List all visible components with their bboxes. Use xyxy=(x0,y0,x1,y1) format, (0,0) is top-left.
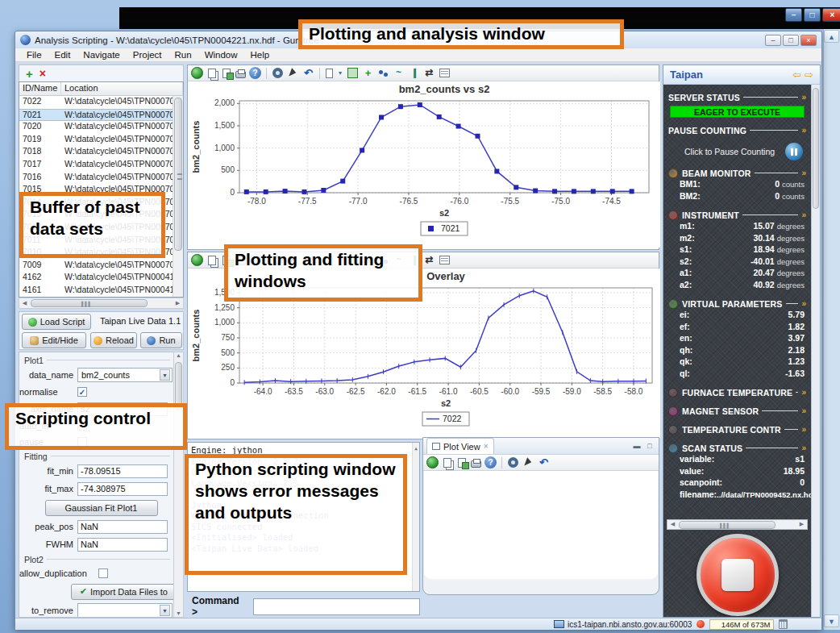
collapse-icon[interactable]: » xyxy=(801,406,806,415)
maximize-button[interactable]: □ xyxy=(804,8,821,22)
column-header[interactable]: Location xyxy=(61,82,183,95)
help-icon[interactable]: ? xyxy=(484,456,497,469)
vscroll-thumb[interactable]: ▬▬ xyxy=(174,98,182,251)
globe-icon[interactable] xyxy=(191,67,203,79)
scroll-left-icon[interactable]: ◀ xyxy=(667,519,678,529)
garbage-collect-icon[interactable] xyxy=(779,619,788,629)
collapse-icon[interactable]: » xyxy=(801,126,806,135)
app-minimize-button[interactable]: – xyxy=(765,35,781,46)
legend-icon[interactable] xyxy=(439,69,450,77)
column-header[interactable]: ID/Name xyxy=(19,82,61,95)
taipan-hscrollbar[interactable]: ◀ ▌▌▌ ▶ xyxy=(667,519,808,530)
pointer-icon[interactable] xyxy=(287,67,299,79)
menu-file[interactable]: File xyxy=(20,50,48,60)
help-icon[interactable]: ? xyxy=(249,67,261,79)
input-peak_pos[interactable]: NaN xyxy=(77,520,168,534)
stop-button[interactable] xyxy=(697,534,779,616)
input-FWHM[interactable]: NaN xyxy=(77,538,168,552)
tab-plot-view[interactable]: Plot View × xyxy=(426,438,494,454)
plot1-chart[interactable]: bm2_counts vs s2-78.0-77.5-77.0-76.5-76.… xyxy=(188,81,660,248)
menu-navigate[interactable]: Navigate xyxy=(77,50,126,60)
table-row[interactable]: 7021W:\data\cycle\045\TPN0007021 xyxy=(19,109,183,122)
button-gaussian-fit-plot1[interactable]: Gaussian Fit Plot1 xyxy=(45,500,158,516)
outer-scrollbar[interactable]: ▲ ▼ xyxy=(823,29,840,630)
checkbox-normalise[interactable]: ✓ xyxy=(77,387,87,397)
print-icon[interactable] xyxy=(471,460,481,468)
grid-icon[interactable] xyxy=(347,68,358,78)
copy-icon[interactable] xyxy=(208,256,216,265)
scroll-right-icon[interactable]: ▶ xyxy=(796,519,807,529)
menu-edit[interactable]: Edit xyxy=(48,50,77,60)
copy-new-icon[interactable] xyxy=(222,69,231,78)
collapse-icon[interactable]: » xyxy=(801,444,806,452)
select-to_remove[interactable]: ▼ xyxy=(77,603,173,618)
table-row[interactable]: 7018W:\data\cycle\045\TPN0007018 xyxy=(19,146,183,159)
undo-icon[interactable]: ↶ xyxy=(538,456,550,469)
globe-icon[interactable] xyxy=(426,456,439,469)
pause-button[interactable] xyxy=(785,143,803,160)
collapse-icon[interactable]: » xyxy=(801,425,806,434)
gear-icon[interactable] xyxy=(508,457,518,468)
scroll-down-icon[interactable]: ▼ xyxy=(824,614,839,627)
run-button[interactable]: Run xyxy=(140,332,182,348)
gear-icon[interactable] xyxy=(272,68,283,78)
copy-icon[interactable] xyxy=(208,69,216,78)
app-close-button[interactable]: × xyxy=(800,35,817,46)
collapse-icon[interactable]: » xyxy=(801,93,806,102)
curve-icon[interactable]: ~ xyxy=(393,67,405,79)
table-row[interactable]: 4161W:\data\cycle\045\TPN0004161 xyxy=(19,285,183,298)
menu-window[interactable]: Window xyxy=(198,50,244,60)
scroll-right-icon[interactable]: ▶ xyxy=(173,298,183,308)
select-data_name[interactable]: bm2_counts▼ xyxy=(77,368,173,382)
taipan-scroll-thumb[interactable] xyxy=(813,88,819,209)
taipan-scrollbar[interactable] xyxy=(811,85,820,617)
console-scrollbar[interactable]: ▲ xyxy=(412,443,419,591)
table-row[interactable]: 7009W:\data\cycle\045\TPN0007009 xyxy=(19,260,183,273)
collapse-icon[interactable]: » xyxy=(801,388,806,397)
form-scrollbar[interactable]: ▲ ▼ xyxy=(173,352,184,618)
table-row[interactable]: 4162W:\data\cycle\045\TPN0004162 xyxy=(19,272,183,285)
levels-icon[interactable]: || xyxy=(408,67,420,79)
command-input[interactable] xyxy=(253,598,420,615)
menu-help[interactable]: Help xyxy=(244,50,277,60)
legend-icon[interactable] xyxy=(439,256,450,264)
table-row[interactable]: 7020W:\data\cycle\045\TPN0007020 xyxy=(19,121,183,134)
buffer-vscrollbar[interactable]: ▬▬ xyxy=(173,96,183,297)
maximize-view-icon[interactable]: □ xyxy=(644,442,655,450)
table-row[interactable]: 7019W:\data\cycle\045\TPN0007019 xyxy=(19,134,183,147)
taipan-hscroll-thumb[interactable]: ▌▌▌ xyxy=(679,521,776,529)
back-arrow-icon[interactable]: ⇦ xyxy=(792,69,801,81)
app-restore-button[interactable]: □ xyxy=(783,35,799,46)
reload-button[interactable]: Reload xyxy=(90,332,137,348)
button-import-data-files-to[interactable]: ✔Import Data Files to xyxy=(71,584,177,600)
table-row[interactable]: 7017W:\data\cycle\045\TPN0007017 xyxy=(19,159,183,172)
input-fit_min[interactable]: -78.09515 xyxy=(77,464,168,478)
load-script-button[interactable]: Load Script xyxy=(22,314,91,330)
menu-project[interactable]: Project xyxy=(127,50,168,60)
edit-hide-button[interactable]: Edit/Hide xyxy=(22,332,86,348)
hscroll-thumb[interactable]: ▌▌▌ xyxy=(31,299,148,307)
table-row[interactable]: 7016W:\data\cycle\045\TPN0007016 xyxy=(19,172,183,185)
input-fit_max[interactable]: -74.308975 xyxy=(77,482,168,496)
export-icon[interactable] xyxy=(326,69,333,78)
table-row[interactable]: 7022W:\data\cycle\045\TPN0007022 xyxy=(19,96,183,109)
forward-arrow-icon[interactable]: ⇨ xyxy=(805,69,813,81)
collapse-icon[interactable]: » xyxy=(801,169,806,177)
copy-new-icon[interactable] xyxy=(458,458,466,468)
collapse-icon[interactable]: » xyxy=(801,299,806,308)
minimize-view-icon[interactable]: ▬ xyxy=(631,442,642,450)
chevron-down-icon[interactable]: ▼ xyxy=(160,605,170,616)
undo-icon[interactable]: ↶ xyxy=(302,67,314,79)
add-icon[interactable]: + xyxy=(26,67,33,81)
globe-icon[interactable] xyxy=(191,254,203,266)
scroll-up-icon[interactable]: ▲ xyxy=(824,30,839,43)
print-icon[interactable] xyxy=(235,71,246,78)
dd-icon[interactable]: ▾ xyxy=(337,67,343,79)
scroll-left-icon[interactable]: ◀ xyxy=(19,298,30,308)
swap-icon[interactable]: ⇄ xyxy=(423,67,435,79)
marker-plus-icon[interactable]: + xyxy=(362,67,374,79)
checkbox-allow_duplication[interactable] xyxy=(98,568,108,578)
menu-run[interactable]: Run xyxy=(168,50,198,60)
swap-icon[interactable]: ⇄ xyxy=(423,254,435,266)
data-buffer-table[interactable]: ID/NameLocation7022W:\data\cycle\045\TPN… xyxy=(19,81,184,298)
